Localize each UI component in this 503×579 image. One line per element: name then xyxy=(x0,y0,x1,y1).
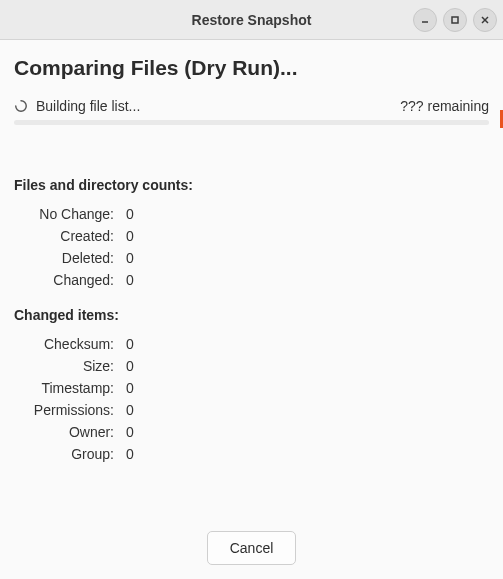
content-area: Comparing Files (Dry Run)... Building fi… xyxy=(0,40,503,465)
count-created-value: 0 xyxy=(122,225,134,247)
close-button[interactable] xyxy=(473,8,497,32)
status-text: Building file list... xyxy=(36,98,140,114)
changed-permissions-label: Permissions: xyxy=(14,399,122,421)
changed-group-value: 0 xyxy=(122,443,134,465)
changed-heading: Changed items: xyxy=(14,307,489,323)
svg-rect-1 xyxy=(452,17,458,23)
status-remaining: ??? remaining xyxy=(400,98,489,114)
status-row: Building file list... ??? remaining xyxy=(14,98,489,114)
changed-table: Checksum: 0 Size: 0 Timestamp: 0 Permiss… xyxy=(14,333,134,465)
window-title: Restore Snapshot xyxy=(192,12,312,28)
count-deleted-value: 0 xyxy=(122,247,134,269)
spinner-icon xyxy=(14,99,28,113)
status-left: Building file list... xyxy=(14,98,140,114)
progress-bar xyxy=(14,120,489,125)
changed-timestamp-label: Timestamp: xyxy=(14,377,122,399)
table-row: Checksum: 0 xyxy=(14,333,134,355)
maximize-button[interactable] xyxy=(443,8,467,32)
maximize-icon xyxy=(450,15,460,25)
counts-table: No Change: 0 Created: 0 Deleted: 0 Chang… xyxy=(14,203,134,291)
changed-group-label: Group: xyxy=(14,443,122,465)
minimize-button[interactable] xyxy=(413,8,437,32)
changed-checksum-value: 0 xyxy=(122,333,134,355)
table-row: Owner: 0 xyxy=(14,421,134,443)
titlebar: Restore Snapshot xyxy=(0,0,503,40)
changed-permissions-value: 0 xyxy=(122,399,134,421)
table-row: Deleted: 0 xyxy=(14,247,134,269)
minimize-icon xyxy=(420,15,430,25)
counts-heading: Files and directory counts: xyxy=(14,177,489,193)
count-no-change-value: 0 xyxy=(122,203,134,225)
page-title: Comparing Files (Dry Run)... xyxy=(14,56,489,80)
table-row: Timestamp: 0 xyxy=(14,377,134,399)
footer: Cancel xyxy=(0,531,503,565)
count-deleted-label: Deleted: xyxy=(14,247,122,269)
cancel-button[interactable]: Cancel xyxy=(207,531,297,565)
changed-size-value: 0 xyxy=(122,355,134,377)
changed-size-label: Size: xyxy=(14,355,122,377)
changed-timestamp-value: 0 xyxy=(122,377,134,399)
table-row: Group: 0 xyxy=(14,443,134,465)
changed-owner-label: Owner: xyxy=(14,421,122,443)
count-changed-value: 0 xyxy=(122,269,134,291)
table-row: No Change: 0 xyxy=(14,203,134,225)
count-no-change-label: No Change: xyxy=(14,203,122,225)
window-controls xyxy=(413,8,497,32)
table-row: Permissions: 0 xyxy=(14,399,134,421)
count-changed-label: Changed: xyxy=(14,269,122,291)
changed-owner-value: 0 xyxy=(122,421,134,443)
table-row: Changed: 0 xyxy=(14,269,134,291)
count-created-label: Created: xyxy=(14,225,122,247)
table-row: Created: 0 xyxy=(14,225,134,247)
table-row: Size: 0 xyxy=(14,355,134,377)
changed-checksum-label: Checksum: xyxy=(14,333,122,355)
close-icon xyxy=(480,15,490,25)
